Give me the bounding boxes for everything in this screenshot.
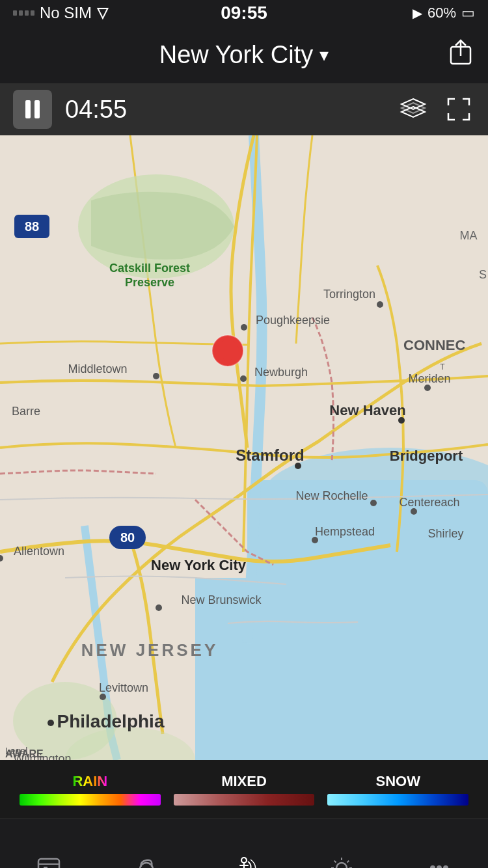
svg-text:S: S (479, 268, 487, 281)
signal-icon (13, 10, 34, 16)
tab-more[interactable]: More (390, 845, 488, 868)
svg-text:New Rochelle: New Rochelle (295, 489, 368, 502)
svg-text:Bridgeport: Bridgeport (390, 448, 463, 464)
map-container[interactable]: 88 80 Catskill Forest Preserve Torringto… (0, 135, 488, 760)
legend-bar: RAIN MIXED SNOW (0, 760, 488, 819)
svg-text:Philadelphia: Philadelphia (57, 711, 165, 731)
tab-sun-moon[interactable]: Sun & Moon (293, 845, 390, 868)
svg-text:Shirley: Shirley (427, 527, 463, 540)
svg-line-73 (334, 861, 336, 863)
svg-text:Middletown: Middletown (68, 362, 127, 375)
svg-point-27 (240, 375, 247, 382)
svg-text:Allentown: Allentown (14, 545, 64, 558)
header: New York City ▾ (0, 26, 488, 83)
svg-text:NEW JERSEY: NEW JERSEY (81, 640, 219, 660)
svg-text:Poughkeepsie: Poughkeepsie (256, 314, 330, 327)
svg-marker-2 (401, 99, 425, 109)
svg-text:MA: MA (460, 229, 478, 242)
svg-text:T: T (440, 362, 445, 372)
mixed-label: MIXED (221, 773, 267, 790)
svg-text:CONNEC: CONNEC (403, 337, 465, 353)
svg-text:Levittown: Levittown (99, 681, 148, 694)
svg-text:New Brunswick: New Brunswick (181, 593, 262, 606)
status-right: ▶ 60% ▭ (413, 5, 475, 21)
forecast-icon (132, 854, 161, 868)
status-time: 09:55 (221, 3, 267, 23)
svg-marker-4 (401, 103, 425, 113)
svg-marker-3 (401, 107, 425, 117)
svg-point-19 (377, 301, 383, 308)
today-icon (34, 854, 63, 868)
svg-point-25 (153, 373, 159, 379)
svg-point-77 (430, 865, 435, 868)
pause-button[interactable] (13, 90, 52, 129)
svg-text:80: 80 (120, 530, 135, 545)
location-icon: ▶ (413, 5, 422, 21)
radar-controls-bar: 04:55 (0, 83, 488, 135)
svg-point-21 (241, 324, 247, 331)
svg-text:New York City: New York City (151, 557, 247, 573)
sun-moon-icon (327, 854, 356, 868)
svg-point-32 (398, 417, 405, 424)
svg-point-39 (411, 508, 417, 515)
svg-text:Stamford: Stamford (236, 446, 304, 464)
rain-label: RAIN (72, 773, 107, 790)
svg-point-43 (312, 537, 318, 543)
svg-text:Hempstead: Hempstead (315, 525, 375, 538)
svg-text:Torrington: Torrington (323, 288, 375, 301)
wifi-icon: ▽ (97, 5, 108, 21)
svg-point-29 (424, 385, 431, 391)
svg-point-68 (336, 863, 347, 868)
svg-line-75 (347, 861, 349, 863)
svg-text:Newburgh: Newburgh (254, 366, 308, 379)
pause-icon (25, 100, 40, 118)
snow-label: SNOW (375, 773, 420, 790)
map-location-pin (211, 334, 244, 376)
svg-point-78 (437, 865, 442, 868)
city-name: New York City (159, 41, 314, 69)
svg-text:88: 88 (25, 219, 39, 234)
svg-text:Preserve: Preserve (125, 276, 174, 289)
carrier-label: No SIM (40, 4, 92, 22)
svg-text:Barre: Barre (12, 405, 40, 418)
expand-button[interactable] (442, 93, 475, 126)
dropdown-arrow-icon: ▾ (319, 44, 329, 66)
svg-point-79 (443, 865, 448, 868)
status-left: No SIM ▽ (13, 4, 108, 22)
layers-button[interactable] (397, 93, 429, 126)
svg-text:Centereach: Centereach (399, 496, 459, 509)
svg-point-67 (241, 858, 247, 863)
more-icon (425, 854, 454, 868)
tab-bar: Today Forecast Radar (0, 819, 488, 868)
svg-point-52 (47, 720, 54, 726)
share-button[interactable] (449, 38, 472, 72)
tab-forecast[interactable]: Forecast (98, 845, 195, 868)
svg-point-50 (100, 694, 106, 700)
aware-text: AWARE (5, 748, 44, 760)
city-title-container[interactable]: New York City ▾ (159, 41, 329, 69)
svg-text:Meriden: Meriden (408, 372, 450, 385)
svg-point-35 (295, 463, 301, 469)
svg-text:New Haven: New Haven (329, 402, 405, 418)
status-bar: No SIM ▽ 09:55 ▶ 60% ▭ (0, 0, 488, 26)
radar-icon (230, 854, 258, 868)
timer-display: 04:55 (65, 96, 384, 124)
tab-radar[interactable]: Radar (195, 845, 293, 868)
svg-point-37 (370, 500, 377, 506)
battery-icon: ▭ (461, 5, 475, 21)
battery-percent: 60% (427, 5, 456, 21)
svg-point-47 (156, 604, 162, 611)
svg-text:Catskill Forest: Catskill Forest (109, 262, 190, 275)
tab-today[interactable]: Today (0, 845, 98, 868)
